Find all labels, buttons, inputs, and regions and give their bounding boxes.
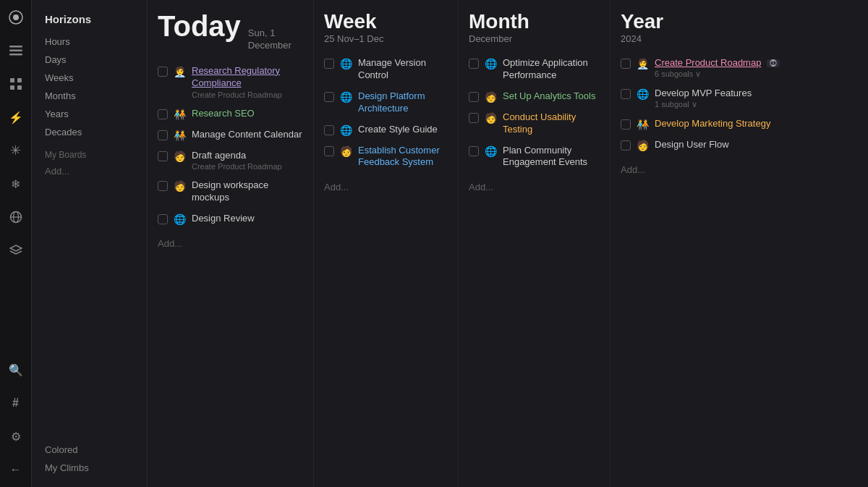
task-sublabel-4: Create Product Roadmap xyxy=(192,162,303,171)
lightning-icon[interactable]: ⚡ xyxy=(6,107,26,127)
sidebar-item-years[interactable]: Years xyxy=(39,105,140,123)
task-label-2[interactable]: Research SEO xyxy=(192,108,303,120)
week-label-1[interactable]: Manage Version Control xyxy=(358,57,448,82)
svg-rect-7 xyxy=(10,85,14,90)
sidebar-item-weeks[interactable]: Weeks xyxy=(39,69,140,87)
sidebar-item-months[interactable]: Months xyxy=(39,87,140,105)
today-task-5: 🧑 Design workspace mockups xyxy=(158,177,303,207)
bars-icon[interactable] xyxy=(6,41,26,61)
week-add-btn[interactable]: Add... xyxy=(324,179,448,195)
task-checkbox-2[interactable] xyxy=(158,109,168,119)
today-task-4: 🧑 Draft agenda Create Product Roadmap xyxy=(158,147,303,174)
task-label-6[interactable]: Design Review xyxy=(192,213,303,225)
task-label-4[interactable]: Draft agenda xyxy=(192,150,303,162)
sidebar-title: Horizons xyxy=(39,10,140,28)
month-task-1: 🌐 Optimize Application Performance xyxy=(469,54,600,85)
task-checkbox-6[interactable] xyxy=(158,214,168,224)
sidebar-colored[interactable]: Colored xyxy=(39,441,140,459)
month-label-1[interactable]: Optimize Application Performance xyxy=(503,57,600,82)
month-task-3: 🧑 Conduct Usability Testing xyxy=(469,109,600,139)
sidebar-item-decades[interactable]: Decades xyxy=(39,123,140,141)
week-checkbox-1[interactable] xyxy=(324,59,334,69)
week-task-1: 🌐 Manage Version Control xyxy=(324,54,448,85)
svg-point-1 xyxy=(13,14,19,20)
task-label-1[interactable]: Research Regulatory Compliance xyxy=(192,65,303,90)
month-column: Month December 🌐 Optimize Application Pe… xyxy=(459,0,610,487)
task-emoji-4: 🧑 xyxy=(174,151,186,162)
today-task-1: 🧑‍💼 Research Regulatory Compliance Creat… xyxy=(158,62,303,102)
month-checkbox-3[interactable] xyxy=(469,113,479,123)
year-label-1[interactable]: Create Product Roadmap xyxy=(655,57,761,69)
year-task-1: 🧑‍💼 Create Product Roadmap ⓵ 6 subgoals … xyxy=(621,54,858,82)
add-board-btn[interactable]: Add... xyxy=(39,163,140,179)
task-checkbox-4[interactable] xyxy=(158,151,168,161)
month-checkbox-4[interactable] xyxy=(469,146,479,156)
collapse-icon[interactable]: ← xyxy=(6,460,26,480)
snowflake-icon[interactable]: ❄ xyxy=(6,174,26,194)
globe-icon[interactable] xyxy=(6,207,26,227)
today-sub2: December xyxy=(248,40,292,52)
today-heading: Today xyxy=(158,12,241,41)
year-checkbox-3[interactable] xyxy=(621,119,631,130)
my-boards-label: My Boards xyxy=(39,141,140,163)
search-icon[interactable]: 🔍 xyxy=(6,360,26,380)
week-label-2[interactable]: Design Platform Architecture xyxy=(358,90,448,115)
month-add-btn[interactable]: Add... xyxy=(469,179,600,195)
week-date: 25 Nov–1 Dec xyxy=(324,33,448,44)
hash-icon[interactable]: # xyxy=(6,393,26,413)
today-add-btn[interactable]: Add... xyxy=(158,235,303,252)
month-checkbox-2[interactable] xyxy=(469,92,479,102)
week-label-3[interactable]: Create Style Guide xyxy=(358,124,448,136)
layers-icon[interactable] xyxy=(6,240,26,261)
task-emoji-3: 🧑‍🤝‍🧑 xyxy=(174,130,186,141)
month-heading: Month xyxy=(469,12,600,32)
svg-rect-5 xyxy=(10,78,14,82)
week-task-2: 🌐 Design Platform Architecture xyxy=(324,88,448,118)
task-checkbox-3[interactable] xyxy=(158,130,168,140)
year-date: 2024 xyxy=(621,33,858,44)
year-checkbox-4[interactable] xyxy=(621,140,631,151)
year-badge-1: ⓵ xyxy=(767,59,780,67)
week-checkbox-4[interactable] xyxy=(324,146,334,156)
svg-rect-3 xyxy=(9,50,22,52)
today-task-6: 🌐 Design Review xyxy=(158,210,303,228)
task-label-5[interactable]: Design workspace mockups xyxy=(192,179,303,204)
week-checkbox-3[interactable] xyxy=(324,125,334,135)
year-column: Year 2024 🧑‍💼 Create Product Roadmap ⓵ 6… xyxy=(610,0,868,487)
main-content: Today Sun, 1 December 🧑‍💼 Research Regul… xyxy=(148,0,868,487)
sidebar-item-days[interactable]: Days xyxy=(39,51,140,69)
year-heading: Year xyxy=(621,12,858,32)
sidebar: Horizons Hours Days Weeks Months Years D… xyxy=(32,0,148,487)
logo-icon[interactable] xyxy=(6,7,26,27)
week-task-4: 🧑 Establish Customer Feedback System xyxy=(324,142,448,172)
task-emoji-1: 🧑‍💼 xyxy=(174,66,186,77)
sidebar-my-climbs[interactable]: My Climbs xyxy=(39,459,140,477)
task-checkbox-1[interactable] xyxy=(158,67,168,77)
task-checkbox-5[interactable] xyxy=(158,181,168,191)
year-add-btn[interactable]: Add... xyxy=(621,161,858,178)
grid-icon[interactable] xyxy=(6,74,26,94)
year-sub-2[interactable]: 1 subgoal ∨ xyxy=(655,100,858,109)
today-sub: Sun, 1 xyxy=(248,27,292,40)
asterisk-icon[interactable]: ✳ xyxy=(6,140,26,161)
month-date: December xyxy=(469,33,600,44)
week-label-4[interactable]: Establish Customer Feedback System xyxy=(358,145,448,169)
week-task-3: 🌐 Create Style Guide xyxy=(324,121,448,139)
sidebar-item-hours[interactable]: Hours xyxy=(39,33,140,51)
year-label-3[interactable]: Develop Marketing Strategy xyxy=(655,118,858,130)
month-label-2[interactable]: Set Up Analytics Tools xyxy=(503,90,600,103)
month-label-4[interactable]: Plan Community Engagement Events xyxy=(503,145,600,169)
month-checkbox-1[interactable] xyxy=(469,59,479,69)
year-label-4[interactable]: Design User Flow xyxy=(655,139,858,151)
year-sub-1[interactable]: 6 subgoals ∨ xyxy=(655,69,858,79)
year-checkbox-2[interactable] xyxy=(621,89,631,99)
week-checkbox-2[interactable] xyxy=(324,92,334,102)
task-label-3[interactable]: Manage Content Calendar xyxy=(192,129,303,141)
year-label-2[interactable]: Develop MVP Features xyxy=(655,88,858,100)
year-task-2: 🌐 Develop MVP Features 1 subgoal ∨ xyxy=(621,85,858,112)
year-checkbox-1[interactable] xyxy=(621,59,631,69)
today-column: Today Sun, 1 December 🧑‍💼 Research Regul… xyxy=(148,0,314,487)
settings-icon[interactable]: ⚙ xyxy=(6,426,26,446)
today-task-3: 🧑‍🤝‍🧑 Manage Content Calendar xyxy=(158,126,303,144)
month-label-3[interactable]: Conduct Usability Testing xyxy=(503,111,600,136)
